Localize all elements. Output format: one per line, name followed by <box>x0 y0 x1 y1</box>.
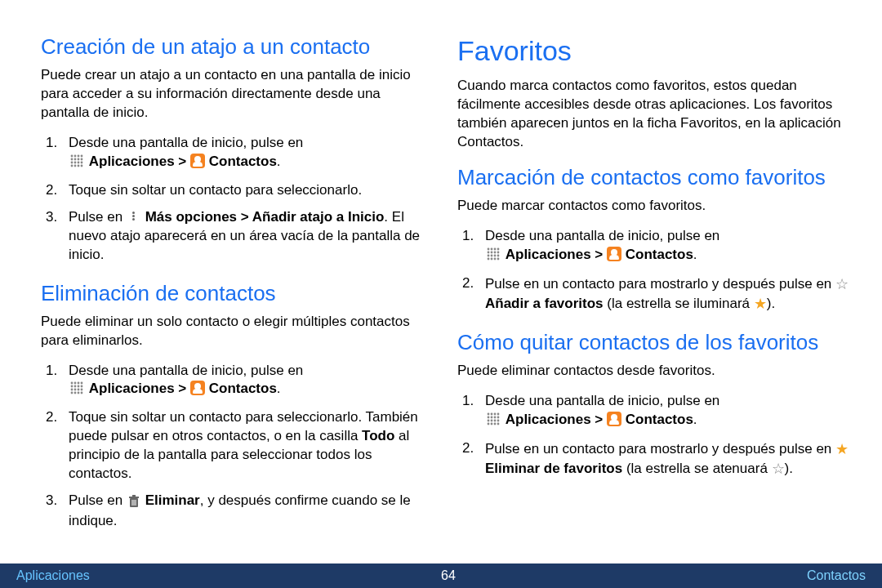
steps-delete-contacts: Desde una pantalla de inicio, pulse en A… <box>41 362 433 532</box>
svg-point-11 <box>81 161 83 163</box>
svg-point-42 <box>488 251 490 253</box>
svg-point-30 <box>78 392 80 394</box>
step-3: Pulse en Eliminar, y después confirme cu… <box>41 492 433 531</box>
apps-grid-icon <box>487 412 500 431</box>
apps-grid-icon <box>70 381 83 400</box>
heading-mark-favorites: Marcación de contactos como favoritos <box>457 163 849 192</box>
heading-remove-favorites: Cómo quitar contactos de los favoritos <box>457 328 849 357</box>
svg-point-41 <box>497 247 500 250</box>
step-1: Desde una pantalla de inicio, pulse en A… <box>41 134 433 173</box>
svg-point-48 <box>494 254 497 256</box>
step-1: Desde una pantalla de inicio, pulse en A… <box>457 392 849 431</box>
svg-point-22 <box>78 385 80 388</box>
svg-point-64 <box>494 420 497 422</box>
svg-point-55 <box>491 413 493 416</box>
step-1: Desde una pantalla de inicio, pulse en A… <box>41 362 433 401</box>
svg-point-58 <box>488 416 490 419</box>
heading-delete-contacts: Eliminación de contactos <box>41 279 433 308</box>
svg-point-66 <box>488 423 490 425</box>
svg-point-57 <box>497 413 500 416</box>
svg-point-20 <box>71 385 74 388</box>
svg-rect-33 <box>129 497 139 498</box>
step-3: Pulse en Más opciones > Añadir atajo a I… <box>41 208 433 265</box>
svg-point-46 <box>488 254 490 256</box>
svg-point-61 <box>497 416 500 419</box>
steps-mark-favorites: Desde una pantalla de inicio, pulse en A… <box>457 227 849 314</box>
star-filled-icon: ★ <box>754 296 767 312</box>
svg-point-21 <box>74 385 77 388</box>
svg-point-40 <box>494 247 497 250</box>
svg-point-31 <box>81 392 83 394</box>
svg-point-8 <box>71 161 74 163</box>
svg-point-15 <box>81 164 83 167</box>
svg-point-5 <box>74 158 77 160</box>
left-column: Creación de un atajo a un contacto Puede… <box>41 33 433 555</box>
svg-point-13 <box>74 164 77 167</box>
heading-favorites: Favoritos <box>457 33 849 70</box>
svg-point-53 <box>497 257 500 260</box>
apps-grid-icon <box>487 247 500 266</box>
svg-point-14 <box>78 164 80 167</box>
svg-point-43 <box>491 251 493 253</box>
intro-favorites: Cuando marca contactos como favoritos, e… <box>457 77 849 152</box>
steps-remove-favorites: Desde una pantalla de inicio, pulse en A… <box>457 392 849 479</box>
svg-point-2 <box>78 154 80 157</box>
svg-point-54 <box>488 413 490 416</box>
svg-point-44 <box>494 251 497 253</box>
svg-point-68 <box>494 423 497 425</box>
svg-point-51 <box>491 257 493 260</box>
svg-point-67 <box>491 423 493 425</box>
svg-point-16 <box>71 382 74 385</box>
svg-point-6 <box>78 158 80 160</box>
svg-point-50 <box>488 257 490 260</box>
step-1: Desde una pantalla de inicio, pulse en A… <box>457 227 849 266</box>
svg-point-39 <box>491 247 493 250</box>
more-options-icon <box>128 211 140 222</box>
svg-point-49 <box>497 254 500 256</box>
footer-right: Contactos <box>807 568 866 583</box>
svg-point-26 <box>78 389 80 391</box>
svg-point-60 <box>494 416 497 419</box>
svg-point-27 <box>81 389 83 391</box>
svg-point-38 <box>488 247 490 250</box>
svg-point-4 <box>71 158 74 160</box>
svg-point-62 <box>488 420 490 422</box>
svg-point-0 <box>71 154 74 157</box>
svg-point-3 <box>81 154 83 157</box>
svg-point-59 <box>491 416 493 419</box>
svg-point-1 <box>74 154 77 157</box>
step-2: Pulse en un contacto para mostrarlo y de… <box>457 274 849 314</box>
svg-point-45 <box>497 251 500 253</box>
star-outline-icon: ☆ <box>772 461 785 477</box>
footer-page-number: 64 <box>441 568 456 583</box>
svg-point-23 <box>81 385 83 388</box>
intro-remove-favorites: Puede eliminar contactos desde favoritos… <box>457 362 849 381</box>
step-2: Toque sin soltar un contacto para selecc… <box>41 408 433 483</box>
svg-point-10 <box>78 161 80 163</box>
svg-point-17 <box>74 382 77 385</box>
star-outline-icon: ☆ <box>835 276 849 292</box>
trash-icon <box>128 493 140 512</box>
star-filled-icon: ★ <box>835 441 849 457</box>
svg-point-24 <box>71 389 74 391</box>
svg-point-47 <box>491 254 493 256</box>
apps-grid-icon <box>70 154 83 173</box>
intro-mark-favorites: Puede marcar contactos como favoritos. <box>457 197 849 216</box>
svg-point-9 <box>74 161 77 163</box>
intro-create-shortcut: Puede crear un atajo a un contacto en un… <box>41 66 433 122</box>
svg-point-7 <box>81 158 83 160</box>
page-footer: Aplicaciones 64 Contactos <box>0 564 882 588</box>
intro-delete-contacts: Puede eliminar un solo contacto o elegir… <box>41 313 433 350</box>
contacts-icon <box>607 247 621 261</box>
svg-point-18 <box>78 382 80 385</box>
contacts-icon <box>190 154 205 168</box>
svg-point-12 <box>71 164 74 167</box>
contacts-icon <box>190 381 205 395</box>
svg-point-19 <box>81 382 83 385</box>
footer-left: Aplicaciones <box>16 568 90 583</box>
svg-point-63 <box>491 420 493 422</box>
steps-create-shortcut: Desde una pantalla de inicio, pulse en A… <box>41 134 433 265</box>
svg-rect-34 <box>132 495 136 497</box>
step-2: Pulse en un contacto para mostrarlo y de… <box>457 439 849 479</box>
svg-point-56 <box>494 413 497 416</box>
